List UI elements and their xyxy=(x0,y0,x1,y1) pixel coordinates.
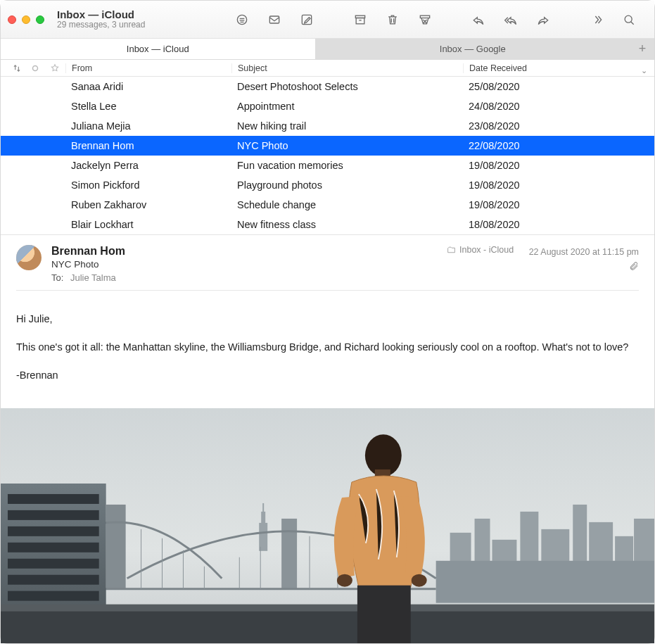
message-row[interactable]: Sanaa AridiDesert Photoshoot Selects25/0… xyxy=(1,77,654,96)
titlebar: Inbox — iCloud 29 messages, 3 unread xyxy=(1,1,654,39)
svg-rect-52 xyxy=(357,586,411,643)
svg-rect-4 xyxy=(356,18,364,23)
message-subject: NYC Photo xyxy=(231,140,463,151)
tab-label: Inbox — iCloud xyxy=(127,44,189,54)
svg-point-54 xyxy=(412,574,427,587)
message-from: Ruben Zakharov xyxy=(65,199,231,210)
svg-rect-22 xyxy=(106,505,126,589)
viewer-to-label: To: xyxy=(51,272,63,283)
column-header-from[interactable]: From xyxy=(65,63,231,73)
message-subject: Schedule change xyxy=(231,199,463,210)
svg-rect-23 xyxy=(281,519,297,589)
message-row[interactable]: Ruben ZakharovSchedule change19/08/2020 xyxy=(1,195,654,215)
reply-button[interactable] xyxy=(464,9,492,30)
column-header-date[interactable]: Date Received⌄ xyxy=(463,63,654,73)
svg-rect-48 xyxy=(1,610,654,643)
sort-indicator-icon[interactable] xyxy=(8,63,26,73)
message-from: Simon Pickford xyxy=(65,179,231,191)
message-viewer: Brennan Hom NYC Photo To: Julie Talma In… xyxy=(1,234,654,643)
svg-point-53 xyxy=(337,574,352,587)
viewer-to-row: To: Julie Talma xyxy=(51,272,125,283)
column-header-subject[interactable]: Subject xyxy=(231,63,463,73)
archive-button[interactable] xyxy=(346,9,374,30)
message-list: Sanaa AridiDesert Photoshoot Selects25/0… xyxy=(1,77,654,234)
window-controls xyxy=(8,15,44,24)
message-subject: New hiking trail xyxy=(231,120,463,132)
delete-button[interactable] xyxy=(379,9,407,30)
viewer-subject: NYC Photo xyxy=(51,259,125,270)
tab-inbox-icloud[interactable]: Inbox — iCloud xyxy=(1,39,316,59)
attached-photo[interactable] xyxy=(1,408,654,643)
filter-button[interactable] xyxy=(228,9,256,30)
message-row[interactable]: Blair LockhartNew fitness class18/08/202… xyxy=(1,215,654,234)
body-signoff: -Brennan xyxy=(16,368,639,384)
message-date: 23/08/2020 xyxy=(463,120,654,132)
attachment-icon[interactable] xyxy=(447,261,639,273)
message-date: 22/08/2020 xyxy=(463,140,654,151)
forward-button[interactable] xyxy=(529,9,557,30)
svg-point-0 xyxy=(237,15,246,24)
viewer-header: Brennan Hom NYC Photo To: Julie Talma In… xyxy=(1,235,654,296)
message-date: 19/08/2020 xyxy=(463,160,654,171)
fullscreen-window-button[interactable] xyxy=(36,15,44,24)
svg-rect-1 xyxy=(269,16,279,23)
toolbar-buttons xyxy=(224,9,647,30)
message-from: Sanaa Aridi xyxy=(65,81,231,92)
body-greeting: Hi Julie, xyxy=(16,312,639,327)
message-date: 18/08/2020 xyxy=(463,219,654,230)
junk-button[interactable] xyxy=(411,9,439,30)
message-row[interactable]: Juliana MejiaNew hiking trail23/08/2020 xyxy=(1,116,654,136)
compose-button[interactable] xyxy=(293,9,321,30)
svg-rect-20 xyxy=(261,512,265,524)
flag-column-icon[interactable] xyxy=(44,63,65,73)
svg-point-6 xyxy=(625,15,632,23)
svg-rect-45 xyxy=(8,575,99,585)
message-subject: Appointment xyxy=(231,101,463,112)
sender-avatar[interactable] xyxy=(16,245,42,270)
message-date: 19/08/2020 xyxy=(463,199,654,210)
window-title: Inbox — iCloud xyxy=(57,8,145,20)
new-tab-button[interactable]: + xyxy=(630,39,654,59)
viewer-meta: Inbox - iCloud 22 August 2020 at 11:15 p… xyxy=(447,245,639,273)
message-date: 19/08/2020 xyxy=(463,179,654,191)
svg-rect-46 xyxy=(8,591,99,601)
viewer-divider xyxy=(16,290,639,291)
viewer-mailbox[interactable]: Inbox - iCloud xyxy=(447,245,514,255)
tab-label: Inbox — Google xyxy=(440,44,506,54)
message-from: Stella Lee xyxy=(65,101,231,112)
chevron-down-icon: ⌄ xyxy=(641,66,647,75)
message-subject: New fitness class xyxy=(231,219,463,230)
viewer-sender: Brennan Hom xyxy=(51,245,125,258)
column-headers: From Subject Date Received⌄ xyxy=(1,60,654,77)
get-mail-button[interactable] xyxy=(260,9,288,30)
message-subject: Fun vacation memories xyxy=(231,160,463,171)
message-from: Brennan Hom xyxy=(65,140,231,151)
message-row[interactable]: Stella LeeAppointment24/08/2020 xyxy=(1,96,654,116)
title-block: Inbox — iCloud 29 messages, 3 unread xyxy=(57,8,145,30)
message-row[interactable]: Simon PickfordPlayground photos19/08/202… xyxy=(1,175,654,195)
message-from: Juliana Mejia xyxy=(65,120,231,132)
more-toolbar-button[interactable] xyxy=(583,9,611,30)
message-date: 25/08/2020 xyxy=(463,81,654,92)
search-button[interactable] xyxy=(615,9,643,30)
message-subject: Playground photos xyxy=(231,179,463,191)
message-row[interactable]: Brennan HomNYC Photo22/08/2020 xyxy=(1,136,654,156)
svg-rect-5 xyxy=(420,15,429,18)
viewer-datetime: 22 August 2020 at 11:15 pm xyxy=(529,247,639,257)
tab-inbox-google[interactable]: Inbox — Google xyxy=(316,39,631,59)
svg-rect-21 xyxy=(262,503,264,513)
unread-column-icon[interactable] xyxy=(26,65,44,72)
svg-rect-42 xyxy=(8,526,99,536)
reply-all-button[interactable] xyxy=(497,9,525,30)
svg-point-7 xyxy=(33,65,38,70)
message-from: Blair Lockhart xyxy=(65,219,231,230)
minimize-window-button[interactable] xyxy=(22,15,30,24)
close-window-button[interactable] xyxy=(8,15,16,24)
svg-rect-41 xyxy=(8,510,99,520)
svg-rect-44 xyxy=(8,559,99,569)
viewer-to-name[interactable]: Julie Talma xyxy=(70,272,116,283)
message-row[interactable]: Jackelyn PerraFun vacation memories19/08… xyxy=(1,156,654,175)
window-subtitle: 29 messages, 3 unread xyxy=(57,20,145,30)
svg-rect-49 xyxy=(1,605,654,612)
mail-window: Inbox — iCloud 29 messages, 3 unread xyxy=(0,0,655,644)
